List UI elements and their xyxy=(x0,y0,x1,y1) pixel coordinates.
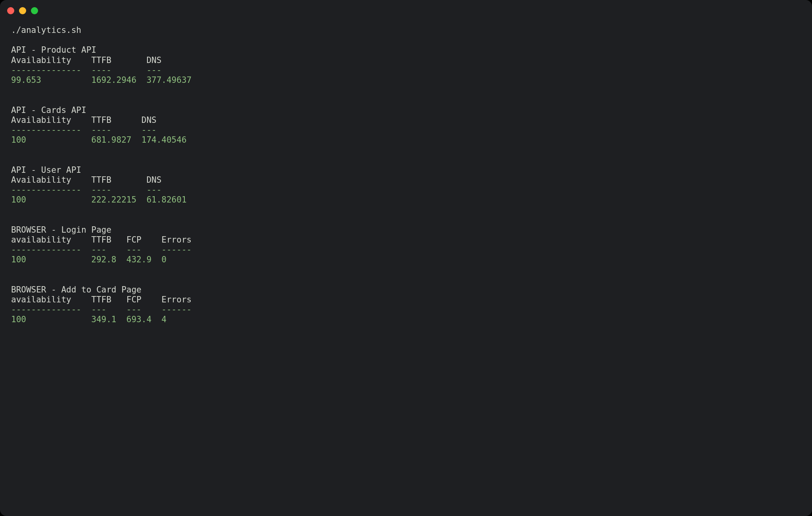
terminal-output[interactable]: ./analytics.sh API - Product API Availab… xyxy=(0,14,812,356)
block-title: API - User API xyxy=(11,165,81,175)
column-separator: --- xyxy=(142,125,192,135)
cell-value: 377.49637 xyxy=(146,75,196,85)
column-header: DNS xyxy=(146,175,196,185)
cell-value: 174.40546 xyxy=(142,135,192,145)
column-header: TTFB xyxy=(91,235,126,245)
cell-value: 61.82601 xyxy=(146,195,196,204)
command-line: ./analytics.sh xyxy=(11,25,81,35)
column-separator: ---- xyxy=(91,185,146,195)
column-separator: --- xyxy=(126,245,162,254)
cell-value: 4 xyxy=(161,315,197,324)
column-separator: --- xyxy=(91,305,126,314)
column-separator: -------------- xyxy=(11,65,91,75)
block-title: BROWSER - Add to Card Page xyxy=(11,285,142,294)
window-zoom-icon[interactable] xyxy=(31,7,38,14)
window-close-icon[interactable] xyxy=(7,7,14,14)
column-header: TTFB xyxy=(91,115,141,125)
cell-value: 0 xyxy=(161,255,197,264)
column-header: TTFB xyxy=(91,175,146,185)
column-header: DNS xyxy=(142,115,192,125)
column-separator: ------ xyxy=(161,305,197,314)
column-header: availability xyxy=(11,295,91,304)
column-header: Availability xyxy=(11,55,91,65)
cell-value: 349.1 xyxy=(91,315,126,324)
cell-value: 292.8 xyxy=(91,255,126,264)
cell-value: 100 xyxy=(11,135,91,145)
column-header: FCP xyxy=(126,295,162,304)
cell-value: 99.653 xyxy=(11,75,91,85)
cell-value: 100 xyxy=(11,195,91,204)
terminal-window: ./analytics.sh API - Product API Availab… xyxy=(0,0,812,516)
window-titlebar xyxy=(0,0,812,14)
block-title: API - Cards API xyxy=(11,105,86,115)
cell-value: 693.4 xyxy=(126,315,162,324)
column-separator: ------ xyxy=(161,245,197,254)
column-separator: --- xyxy=(146,65,196,75)
cell-value: 1692.2946 xyxy=(91,75,146,85)
block-title: BROWSER - Login Page xyxy=(11,225,111,235)
cell-value: 100 xyxy=(11,255,91,264)
column-separator: -------------- xyxy=(11,185,91,195)
column-separator: -------------- xyxy=(11,305,91,314)
column-separator: -------------- xyxy=(11,125,91,135)
column-header: DNS xyxy=(146,55,196,65)
block-title: API - Product API xyxy=(11,45,96,55)
column-header: availability xyxy=(11,235,91,245)
column-header: TTFB xyxy=(91,295,126,304)
window-minimize-icon[interactable] xyxy=(19,7,26,14)
column-separator: --- xyxy=(126,305,162,314)
column-header: TTFB xyxy=(91,55,146,65)
column-separator: --- xyxy=(91,245,126,254)
cell-value: 432.9 xyxy=(126,255,162,264)
column-header: Errors xyxy=(161,295,197,304)
column-separator: ---- xyxy=(91,125,141,135)
column-header: Availability xyxy=(11,115,91,125)
column-header: FCP xyxy=(126,235,162,245)
column-header: Availability xyxy=(11,175,91,185)
column-separator: --- xyxy=(146,185,196,195)
cell-value: 681.9827 xyxy=(91,135,141,145)
cell-value: 100 xyxy=(11,315,91,324)
cell-value: 222.22215 xyxy=(91,195,146,204)
column-header: Errors xyxy=(161,235,197,245)
column-separator: -------------- xyxy=(11,245,91,254)
column-separator: ---- xyxy=(91,65,146,75)
